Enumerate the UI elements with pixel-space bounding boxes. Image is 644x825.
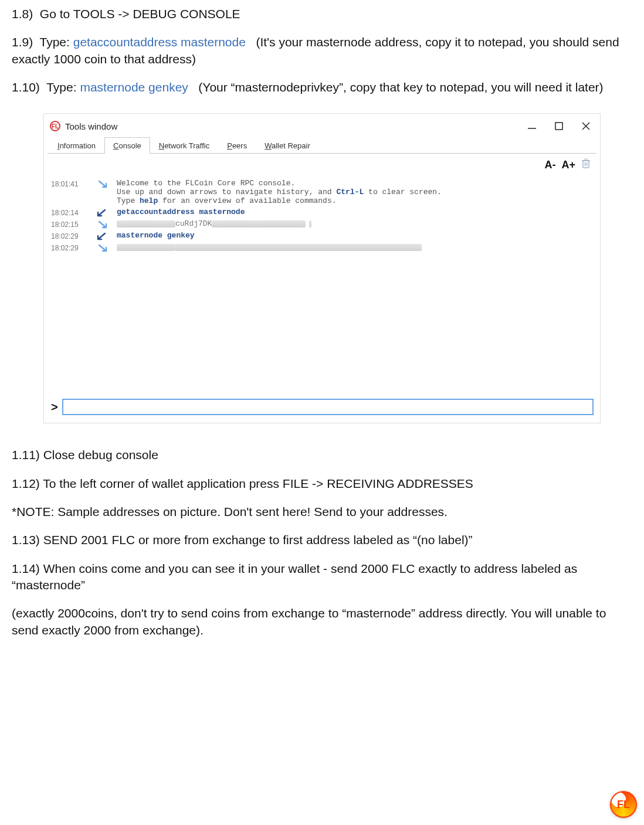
step-1-10: 1.10) Type: masternode genkey (Your “mas… bbox=[12, 79, 632, 96]
console-log-row: 18:02:29masternode genkey bbox=[50, 230, 594, 242]
step-1-14: 1.14) When coins come and you can see it… bbox=[12, 561, 632, 594]
console-input[interactable] bbox=[63, 399, 593, 415]
log-timestamp: 18:02:15 bbox=[51, 219, 97, 229]
tab-network-traffic[interactable]: Network Traffic bbox=[150, 137, 218, 154]
minimize-icon[interactable] bbox=[527, 121, 537, 131]
tab-information[interactable]: Information bbox=[49, 137, 104, 154]
console-log-row: 18:01:41Welcome to the FLCoin Core RPC c… bbox=[50, 178, 594, 206]
log-message: masternode genkey bbox=[117, 231, 593, 240]
step-1-12: 1.12) To the left corner of wallet appli… bbox=[12, 476, 632, 492]
response-arrow-icon bbox=[97, 243, 117, 252]
response-arrow-icon bbox=[97, 219, 117, 229]
log-message: cuRdj7DK bbox=[117, 219, 593, 228]
log-timestamp: 18:01:41 bbox=[51, 179, 97, 188]
console-toolbar: A- A+ bbox=[48, 154, 596, 174]
step-1-9: 1.9) Type: getaccountaddress masternode … bbox=[12, 34, 632, 67]
window-title: Tools window bbox=[65, 121, 117, 131]
step-command: getaccountaddress masternode bbox=[73, 35, 246, 49]
step-1-11: 1.11) Close debug console bbox=[12, 447, 632, 463]
window-titlebar: FL Tools window bbox=[48, 117, 596, 137]
console-log-row: 18:02:14getaccountaddress masternode bbox=[50, 206, 594, 218]
step-num: 1.8) bbox=[12, 7, 33, 21]
console-prompt-icon: > bbox=[51, 400, 58, 414]
log-timestamp: 18:02:29 bbox=[51, 243, 97, 252]
log-timestamp: 18:02:29 bbox=[51, 231, 97, 240]
tab-row: Information Console Network Traffic Peer… bbox=[48, 137, 596, 154]
font-decrease-button[interactable]: A- bbox=[544, 159, 555, 171]
log-timestamp: 18:02:14 bbox=[51, 208, 97, 217]
console-log-row: 18:02:29 bbox=[50, 242, 594, 253]
step-lead: Type: bbox=[46, 80, 76, 94]
step-text: Go to TOOLS -> DEBUG CONSOLE bbox=[40, 7, 240, 21]
clear-console-icon[interactable] bbox=[581, 158, 591, 172]
step-1-8: 1.8) Go to TOOLS -> DEBUG CONSOLE bbox=[12, 6, 632, 22]
note: *NOTE: Sample addresses on picture. Don'… bbox=[12, 504, 632, 520]
console-output: 18:01:41Welcome to the FLCoin Core RPC c… bbox=[48, 174, 596, 397]
app-logo-icon: FL bbox=[50, 121, 60, 131]
maximize-icon[interactable] bbox=[554, 121, 564, 131]
svg-rect-9 bbox=[585, 159, 587, 161]
tab-console[interactable]: Console bbox=[104, 137, 150, 154]
response-arrow-icon bbox=[97, 179, 117, 188]
step-num: 1.9) bbox=[12, 35, 33, 49]
close-icon[interactable] bbox=[581, 121, 591, 131]
font-increase-button[interactable]: A+ bbox=[561, 159, 575, 171]
tools-window: FL Tools window Information Console Netw… bbox=[43, 113, 601, 423]
step-lead: Type: bbox=[39, 35, 69, 49]
log-message: Welcome to the FLCoin Core RPC console. … bbox=[117, 179, 593, 205]
step-num: 1.10) bbox=[12, 80, 40, 94]
svg-rect-1 bbox=[555, 123, 562, 130]
log-message: getaccountaddress masternode bbox=[117, 208, 593, 216]
step-tail: (Your “masternodeprivkey”, copy that key… bbox=[198, 80, 603, 94]
step-1-13: 1.13) SEND 2001 FLC or more from exchang… bbox=[12, 532, 632, 548]
console-input-row: > bbox=[48, 397, 596, 419]
console-log-row: 18:02:15cuRdj7DK bbox=[50, 218, 594, 230]
log-message bbox=[117, 243, 593, 252]
step-command: masternode genkey bbox=[80, 80, 188, 94]
command-arrow-icon bbox=[97, 231, 117, 240]
step-1-14b: (exactly 2000coins, don't try to send co… bbox=[12, 605, 632, 639]
tab-peers[interactable]: Peers bbox=[218, 137, 256, 154]
tab-wallet-repair[interactable]: Wallet Repair bbox=[256, 137, 319, 154]
command-arrow-icon bbox=[97, 208, 117, 217]
